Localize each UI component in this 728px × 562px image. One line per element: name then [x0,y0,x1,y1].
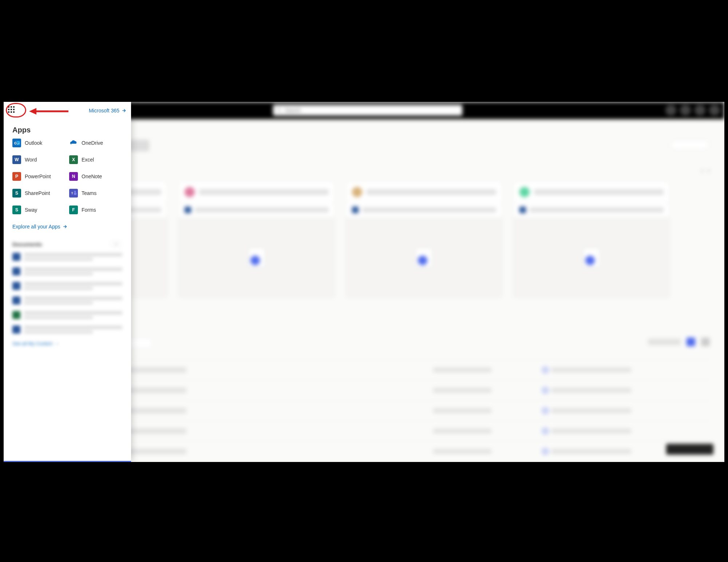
app-outlook[interactable]: Outlook [12,139,66,147]
app-label: Excel [82,157,94,163]
explore-all-apps-link[interactable]: Explore all your Apps [4,214,131,230]
document-item[interactable] [12,296,122,304]
install-apps-button[interactable] [670,140,710,150]
explore-label: Explore all your Apps [12,224,60,230]
sway-icon: S [12,206,21,214]
onenote-icon: N [69,172,78,181]
recent-card[interactable] [513,181,670,298]
app-label: Sway [25,207,37,213]
upload-button[interactable] [648,339,681,345]
panel-blurred-section: Documents ⋯ See all My Content → [4,230,131,346]
topbar-right-icons [665,105,720,116]
app-label: OneNote [82,174,102,179]
panel-accent-bar [4,461,131,462]
app-forms[interactable]: F Forms [69,206,122,214]
app-excel[interactable]: X Excel [69,155,122,164]
topbar-icon[interactable] [680,105,691,116]
word-icon: W [12,155,21,164]
see-all-content-link[interactable]: See all My Content → [12,341,122,346]
svg-point-0 [277,108,280,111]
app-label: SharePoint [25,190,50,196]
chevron-right-icon[interactable]: › [708,167,710,174]
app-label: Outlook [25,140,42,146]
documents-more-button[interactable]: ⋯ [110,240,122,248]
apps-section-title: Apps [4,119,131,139]
arrow-right-icon: → [55,341,59,346]
app-powerpoint[interactable]: P PowerPoint [12,172,66,181]
feedback-button[interactable] [666,444,713,455]
recent-card[interactable] [346,181,502,298]
app-label: OneDrive [82,140,103,146]
app-onenote[interactable]: N OneNote [69,172,122,181]
svg-point-7 [74,191,76,192]
app-sway[interactable]: S Sway [12,206,66,214]
arrow-right-icon [122,108,127,113]
upload-controls [648,338,710,346]
document-item[interactable] [12,267,122,275]
app-launcher-button[interactable] [8,106,17,115]
chevron-left-icon[interactable]: ‹ [701,167,703,174]
panel-header: Microsoft 365 [4,102,131,119]
recent-card[interactable] [178,181,335,298]
microsoft-365-label: Microsoft 365 [89,108,119,113]
app-sharepoint[interactable]: S SharePoint [12,189,66,198]
document-item[interactable] [12,253,122,261]
excel-icon: X [69,155,78,164]
arrow-right-icon [63,224,68,229]
sharepoint-icon: S [12,189,21,198]
svg-text:T: T [71,192,73,195]
svg-line-1 [280,111,281,112]
view-toggle-icon[interactable] [687,338,695,346]
powerpoint-icon: P [12,172,21,181]
apps-grid: Outlook OneDrive W Word X Excel P PowerP… [4,139,131,214]
onedrive-icon [69,139,78,147]
carousel-arrows: ‹ › [701,167,710,174]
avatar[interactable] [709,105,720,116]
view-toggle-icon[interactable] [701,338,710,346]
app-teams[interactable]: T Teams [69,189,122,198]
svg-rect-8 [74,192,77,195]
app-label: Word [25,157,37,163]
search-box[interactable]: Search [273,105,462,116]
app-word[interactable]: W Word [12,155,66,164]
search-icon [277,108,282,113]
teams-icon: T [69,189,78,198]
search-placeholder: Search [285,107,301,113]
topbar-icon[interactable] [665,105,676,116]
topbar-icon[interactable] [695,105,705,116]
outlook-icon [12,139,21,147]
document-item[interactable] [12,282,122,290]
app-label: PowerPoint [25,174,51,179]
app-onedrive[interactable]: OneDrive [69,139,122,147]
app-window: Search ‹ › [4,102,724,462]
app-launcher-panel: Microsoft 365 Apps Outlook OneDrive W Wo… [4,102,131,462]
forms-icon: F [69,206,78,214]
documents-heading: Documents ⋯ [12,240,122,248]
document-item[interactable] [12,311,122,319]
document-item[interactable] [12,326,122,334]
app-label: Teams [82,190,96,196]
app-label: Forms [82,207,96,213]
microsoft-365-link[interactable]: Microsoft 365 [89,108,127,113]
